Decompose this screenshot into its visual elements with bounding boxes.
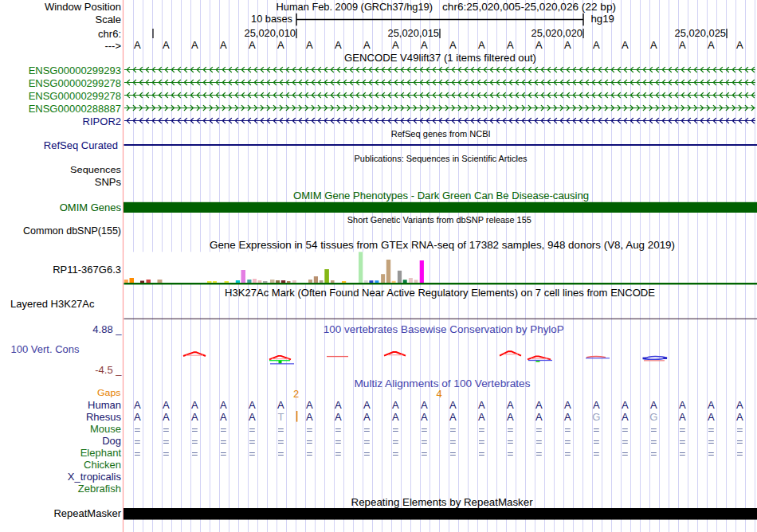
- svg-text:A: A: [593, 399, 600, 411]
- svg-text:A: A: [392, 411, 399, 423]
- svg-text:Publications: Sequences in Sci: Publications: Sequences in Scientific Ar…: [355, 154, 528, 163]
- svg-text:A: A: [535, 39, 543, 51]
- svg-text:A: A: [736, 411, 743, 423]
- svg-text:A: A: [220, 411, 227, 423]
- svg-text:A: A: [249, 399, 256, 411]
- svg-text:hg19: hg19: [591, 13, 615, 25]
- svg-text:A: A: [478, 411, 485, 423]
- svg-text:Chicken: Chicken: [84, 459, 121, 471]
- svg-text:-4.5 _: -4.5 _: [95, 364, 122, 376]
- svg-text:A: A: [191, 399, 198, 411]
- svg-text:A: A: [650, 399, 657, 411]
- svg-text:chr6:25,020,005-25,020,026 (22: chr6:25,020,005-25,020,026 (22 bp): [442, 1, 616, 13]
- svg-text:X_tropicalis: X_tropicalis: [68, 471, 122, 483]
- svg-text:A: A: [564, 411, 571, 423]
- svg-text:A: A: [708, 411, 715, 423]
- svg-text:25,020,010: 25,020,010: [245, 27, 296, 39]
- svg-text:ENSG00000299293: ENSG00000299293: [29, 65, 121, 76]
- svg-text:25,020,020: 25,020,020: [531, 27, 583, 39]
- svg-text:A: A: [449, 399, 457, 411]
- svg-text:4: 4: [437, 388, 442, 400]
- svg-text:chr6:: chr6:: [98, 28, 121, 40]
- svg-text:25,020,015: 25,020,015: [388, 27, 440, 39]
- svg-text:G: G: [592, 411, 600, 423]
- svg-text:A: A: [535, 411, 543, 423]
- svg-text:ENSG00000299278: ENSG00000299278: [29, 90, 121, 102]
- svg-text:Window Position: Window Position: [45, 1, 121, 13]
- svg-text:G: G: [649, 411, 657, 423]
- svg-text:Human Feb. 2009 (GRCh37/hg19): Human Feb. 2009 (GRCh37/hg19): [277, 1, 433, 13]
- svg-text:A: A: [449, 411, 457, 423]
- svg-text:GENCODE V49lift37 (1 items fil: GENCODE V49lift37 (1 items filtered out): [344, 52, 536, 64]
- svg-text:A: A: [163, 399, 170, 411]
- svg-text:A: A: [335, 39, 342, 51]
- svg-text:A: A: [363, 39, 371, 51]
- svg-text:OMIM Gene Phenotypes - Dark Gr: OMIM Gene Phenotypes - Dark Green Can Be…: [293, 190, 589, 201]
- svg-text:RefSeq Curated: RefSeq Curated: [44, 139, 118, 151]
- svg-text:--->: --->: [104, 40, 121, 52]
- svg-text:A: A: [306, 39, 313, 51]
- svg-text:T: T: [277, 411, 284, 423]
- svg-text:A: A: [306, 399, 313, 411]
- svg-text:A: A: [507, 39, 514, 51]
- svg-text:Human: Human: [88, 399, 121, 411]
- svg-text:A: A: [622, 399, 629, 411]
- svg-text:10 bases: 10 bases: [251, 13, 292, 25]
- svg-text:A: A: [163, 411, 170, 423]
- svg-text:A: A: [650, 39, 657, 51]
- svg-text:Gaps: Gaps: [97, 388, 121, 397]
- svg-text:A: A: [421, 399, 428, 411]
- svg-text:A: A: [392, 39, 399, 51]
- svg-text:A: A: [191, 39, 198, 51]
- svg-text:A: A: [363, 399, 371, 411]
- svg-text:Elephant: Elephant: [80, 447, 122, 459]
- svg-text:4.88 _: 4.88 _: [92, 323, 122, 335]
- svg-text:A: A: [163, 39, 170, 51]
- svg-text:RP11-367G6.3: RP11-367G6.3: [53, 264, 121, 276]
- svg-text:A: A: [679, 399, 686, 411]
- svg-text:A: A: [679, 411, 686, 423]
- svg-text:A: A: [593, 39, 600, 51]
- svg-text:A: A: [277, 399, 284, 411]
- svg-text:A: A: [478, 399, 485, 411]
- svg-text:OMIM Genes: OMIM Genes: [60, 201, 122, 213]
- svg-text:A: A: [134, 411, 141, 423]
- svg-text:100 Vert. Cons: 100 Vert. Cons: [11, 343, 80, 355]
- svg-text:Gene Expression in 54 tissues: Gene Expression in 54 tissues from GTEx …: [210, 239, 675, 251]
- svg-text:A: A: [249, 39, 256, 51]
- svg-text:Rhesus: Rhesus: [86, 411, 122, 423]
- svg-text:Layered H3K27Ac: Layered H3K27Ac: [10, 298, 95, 310]
- svg-text:A: A: [335, 399, 342, 411]
- svg-text:A: A: [708, 399, 715, 411]
- svg-text:Common dbSNP(155): Common dbSNP(155): [23, 225, 121, 237]
- svg-text:A: A: [449, 39, 457, 51]
- svg-text:A: A: [507, 399, 514, 411]
- svg-text:A: A: [335, 411, 342, 423]
- svg-text:A: A: [736, 399, 743, 411]
- svg-text:A: A: [134, 399, 141, 411]
- svg-text:A: A: [622, 411, 629, 423]
- svg-text:A: A: [421, 39, 428, 51]
- svg-text:A: A: [249, 411, 256, 423]
- svg-text:A: A: [708, 39, 715, 51]
- svg-text:RIPOR2: RIPOR2: [83, 115, 121, 127]
- svg-text:A: A: [392, 399, 399, 411]
- svg-text:Dog: Dog: [102, 435, 121, 447]
- svg-text:H3K27Ac Mark (Often Found Near: H3K27Ac Mark (Often Found Near Active Re…: [225, 287, 655, 299]
- svg-text:ENSG00000288887: ENSG00000288887: [29, 103, 121, 115]
- svg-text:A: A: [363, 411, 371, 423]
- svg-text:A: A: [535, 399, 543, 411]
- svg-text:A: A: [277, 39, 284, 51]
- svg-text:A: A: [564, 39, 571, 51]
- svg-text:Zebrafish: Zebrafish: [78, 483, 121, 495]
- svg-text:A: A: [421, 411, 428, 423]
- svg-text:A: A: [220, 39, 227, 51]
- svg-text:A: A: [478, 39, 485, 51]
- svg-text:2: 2: [293, 388, 299, 400]
- svg-text:Repeating Elements by RepeatMa: Repeating Elements by RepeatMasker: [351, 496, 534, 508]
- svg-text:A: A: [564, 399, 571, 411]
- svg-text:SNPs: SNPs: [95, 176, 122, 188]
- svg-text:100 vertebrates Basewise Conse: 100 vertebrates Basewise Conservation by…: [324, 323, 564, 335]
- svg-text:A: A: [507, 411, 514, 423]
- svg-text:ENSG00000299278: ENSG00000299278: [29, 77, 121, 89]
